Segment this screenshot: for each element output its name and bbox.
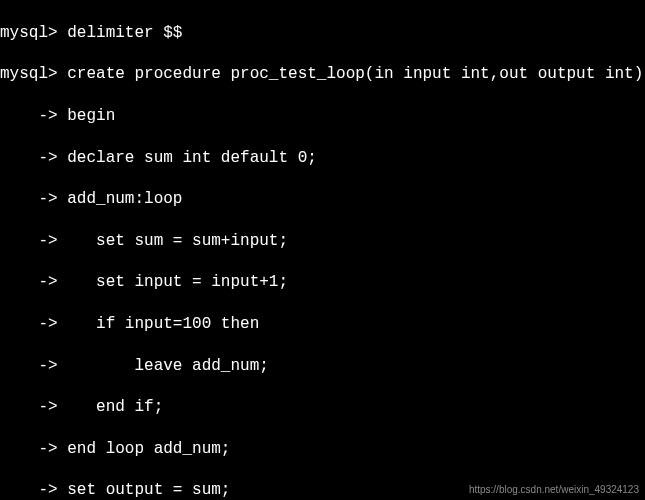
command-text: set output = sum; [67, 481, 230, 499]
cmd-line: -> set input = input+1; [0, 272, 645, 293]
prompt: mysql> [0, 65, 67, 83]
command-text: set sum = sum+input; [67, 232, 288, 250]
cmd-line: -> if input=100 then [0, 314, 645, 335]
command-text: if input=100 then [67, 315, 259, 333]
watermark-text: https://blog.csdn.net/weixin_49324123 [469, 483, 639, 496]
command-text: add_num:loop [67, 190, 182, 208]
prompt: -> [0, 107, 67, 125]
command-text: end if; [67, 398, 163, 416]
prompt: -> [0, 315, 67, 333]
prompt: -> [0, 273, 67, 291]
prompt: mysql> [0, 24, 67, 42]
prompt: -> [0, 149, 67, 167]
cmd-line: -> declare sum int default 0; [0, 148, 645, 169]
command-text: create procedure proc_test_loop(in input… [67, 65, 643, 83]
cmd-line: -> leave add_num; [0, 356, 645, 377]
cmd-line: -> begin [0, 106, 645, 127]
prompt: -> [0, 440, 67, 458]
cmd-line: -> add_num:loop [0, 189, 645, 210]
command-text: declare sum int default 0; [67, 149, 317, 167]
command-text: leave add_num; [67, 357, 269, 375]
command-text: delimiter $$ [67, 24, 182, 42]
cmd-line: -> end if; [0, 397, 645, 418]
command-text: end loop add_num; [67, 440, 230, 458]
prompt: -> [0, 357, 67, 375]
terminal-output[interactable]: mysql> delimiter $$ mysql> create proced… [0, 2, 645, 500]
command-text: begin [67, 107, 115, 125]
prompt: -> [0, 398, 67, 416]
prompt: -> [0, 232, 67, 250]
prompt: -> [0, 481, 67, 499]
cmd-line: -> set sum = sum+input; [0, 231, 645, 252]
command-text: set input = input+1; [67, 273, 288, 291]
prompt: -> [0, 190, 67, 208]
cmd-line: mysql> create procedure proc_test_loop(i… [0, 64, 645, 85]
cmd-line: mysql> delimiter $$ [0, 23, 645, 44]
cmd-line: -> end loop add_num; [0, 439, 645, 460]
